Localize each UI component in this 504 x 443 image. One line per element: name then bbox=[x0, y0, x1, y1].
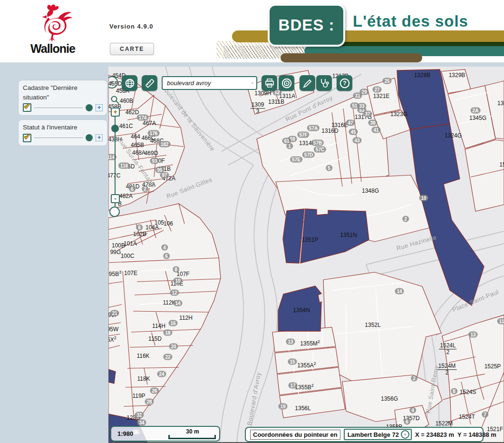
print-icon bbox=[264, 78, 275, 89]
opacity-slider-handle[interactable] bbox=[86, 134, 93, 141]
globe-button[interactable] bbox=[122, 75, 137, 91]
globe-icon bbox=[124, 78, 136, 89]
opacity-slider-track[interactable] bbox=[34, 108, 83, 108]
version-label: Version 4.9.0 bbox=[109, 23, 154, 30]
help-icon: ? bbox=[339, 77, 351, 89]
rooster-icon bbox=[30, 3, 76, 43]
measure-button[interactable] bbox=[142, 75, 157, 91]
map-search bbox=[162, 76, 257, 90]
stethoscope-icon bbox=[319, 78, 330, 89]
crs-selector[interactable]: Lambert Belge 72 ▼ bbox=[344, 429, 412, 440]
opacity-slider-handle[interactable] bbox=[86, 104, 93, 111]
logo-wordmark: Wallonie bbox=[17, 42, 88, 56]
layer-panel-inventaire: Statut à l'inventaire ✔ + bbox=[18, 119, 107, 146]
zoom-box-icon[interactable] bbox=[110, 95, 120, 105]
banner-stripe-brown bbox=[281, 53, 422, 62]
measure-icon bbox=[144, 78, 155, 89]
scale-box: 1:980 30 m bbox=[110, 426, 220, 442]
locate-button[interactable] bbox=[279, 75, 294, 91]
brand-title: L'état des sols bbox=[353, 12, 468, 30]
help-button[interactable]: ? bbox=[337, 75, 352, 91]
wallonie-logo[interactable]: Wallonie bbox=[17, 3, 88, 56]
scale-ratio: 1:980 bbox=[117, 430, 133, 437]
bdes-app: Wallonie Version 4.9.0 CARTE BDES : L'ét… bbox=[0, 0, 504, 443]
carte-button[interactable]: CARTE bbox=[110, 43, 154, 55]
scalebar-label: 30 m bbox=[168, 428, 217, 435]
map-container[interactable]: 454D455D456A460B458B462D461C467A438H4644… bbox=[108, 67, 504, 443]
locate-icon bbox=[281, 77, 293, 89]
layer-expand-button[interactable]: + bbox=[96, 134, 103, 141]
y-label: Y = bbox=[457, 431, 467, 438]
diagnostic-button[interactable] bbox=[316, 75, 332, 91]
app-body: Cadastre "Dernière situation" ✔ + Statut… bbox=[0, 63, 504, 443]
search-input[interactable] bbox=[167, 79, 252, 87]
layers-sidebar: Cadastre "Dernière situation" ✔ + Statut… bbox=[0, 63, 108, 443]
svg-text:?: ? bbox=[343, 80, 346, 87]
pointer-coordinates-box: Coordonnées du pointeur en Lambert Belge… bbox=[245, 427, 484, 442]
draw-icon bbox=[302, 78, 313, 89]
bdes-badge: BDES : bbox=[268, 4, 345, 47]
app-header: Wallonie Version 4.9.0 CARTE BDES : L'ét… bbox=[0, 0, 504, 63]
x-label: X = bbox=[415, 431, 425, 438]
layer-panel-cadastre: Cadastre "Dernière situation" ✔ + bbox=[18, 80, 107, 116]
layer-checkbox[interactable]: ✔ bbox=[23, 103, 31, 112]
y-value: 148388 m bbox=[468, 431, 496, 438]
print-button[interactable] bbox=[262, 75, 277, 91]
search-icon[interactable] bbox=[252, 79, 253, 88]
checkmark-icon: ✔ bbox=[24, 103, 30, 110]
bdes-badge-text: BDES : bbox=[279, 16, 335, 34]
zoom-slider-handle[interactable] bbox=[111, 125, 119, 132]
coords-label: Coordonnées du pointeur en bbox=[250, 430, 340, 440]
layer-title: Cadastre "Dernière situation" bbox=[23, 83, 103, 102]
layer-title: Statut à l'inventaire bbox=[23, 123, 103, 132]
crs-value: Lambert Belge 72 bbox=[348, 431, 399, 438]
x-value: 234823 m bbox=[426, 431, 455, 438]
draw-button[interactable] bbox=[300, 75, 315, 91]
zoom-in-button[interactable]: + bbox=[111, 108, 120, 117]
zoom-slider-end[interactable] bbox=[109, 207, 120, 217]
zoom-out-button[interactable]: - bbox=[111, 194, 120, 203]
opacity-slider-track[interactable] bbox=[34, 138, 83, 138]
scalebar: 30 m bbox=[168, 428, 217, 439]
checkmark-icon: ✔ bbox=[24, 134, 30, 140]
layer-checkbox[interactable]: ✔ bbox=[23, 134, 31, 142]
cadastral-map[interactable] bbox=[108, 67, 504, 443]
chevron-down-icon[interactable]: ▼ bbox=[401, 430, 409, 439]
layer-expand-button[interactable]: + bbox=[96, 104, 103, 111]
scalebar-line bbox=[168, 435, 216, 439]
